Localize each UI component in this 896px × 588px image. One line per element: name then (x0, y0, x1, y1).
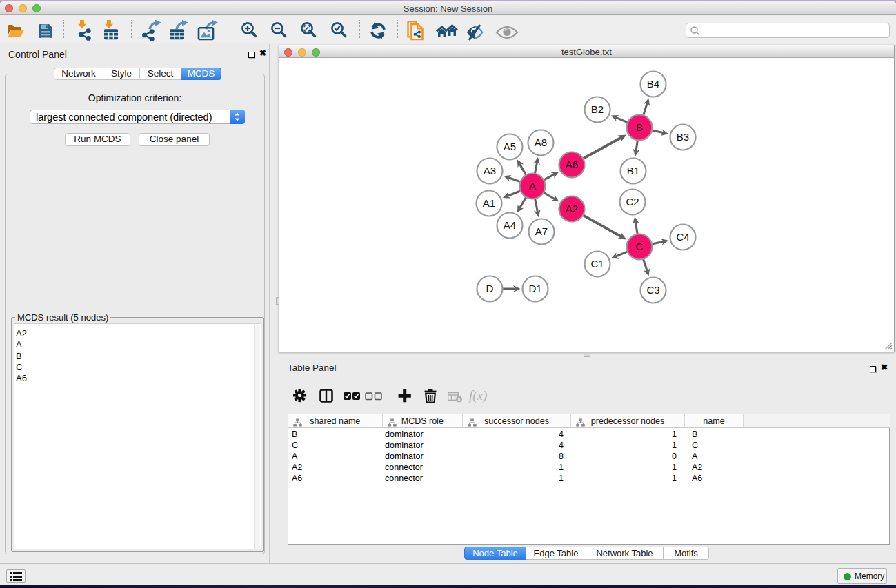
svg-text:D: D (486, 283, 494, 294)
svg-text:A1: A1 (483, 197, 495, 209)
svg-text:C1: C1 (590, 258, 604, 270)
svg-text:C3: C3 (646, 284, 659, 296)
svg-text:A5: A5 (504, 141, 516, 152)
svg-text:A8: A8 (535, 136, 547, 148)
svg-text:A3: A3 (484, 165, 496, 176)
svg-text:B3: B3 (677, 131, 689, 143)
svg-text:B1: B1 (627, 165, 639, 176)
svg-text:C: C (636, 241, 644, 252)
svg-text:C4: C4 (676, 231, 689, 243)
svg-text:A6: A6 (566, 159, 578, 170)
svg-text:A2: A2 (566, 203, 578, 214)
svg-text:C2: C2 (626, 196, 639, 207)
svg-text:A7: A7 (535, 225, 548, 237)
svg-text:A4: A4 (504, 219, 516, 231)
svg-text:B4: B4 (647, 78, 659, 90)
svg-text:B2: B2 (591, 103, 604, 115)
svg-text:D1: D1 (528, 283, 541, 294)
svg-text:A: A (529, 180, 536, 192)
svg-text:B: B (636, 121, 643, 133)
